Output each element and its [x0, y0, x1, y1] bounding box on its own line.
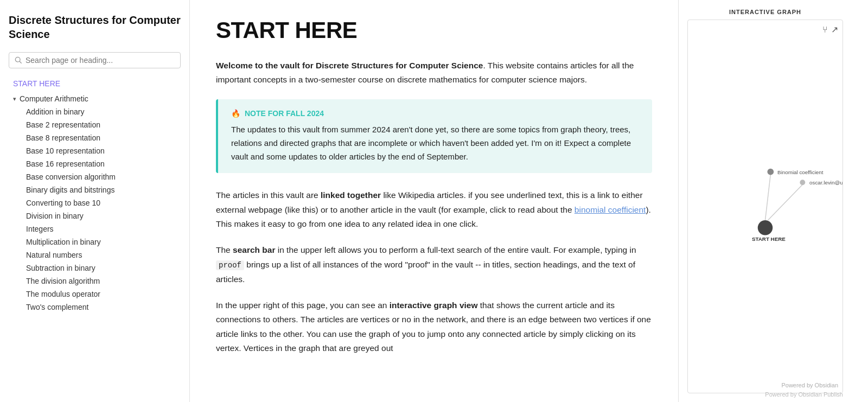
- graph-label-binomial: Binomial coefficient: [777, 169, 824, 175]
- paragraph-search: The search bar in the upper left allows …: [216, 243, 652, 286]
- graph-expand-icon[interactable]: ↗: [831, 24, 838, 35]
- search-icon: [15, 56, 22, 64]
- nav-start-here[interactable]: START HERE: [9, 77, 181, 90]
- search-box[interactable]: [9, 52, 181, 68]
- graph-label-email: oscar.levin@unco.edu: [809, 180, 843, 186]
- graph-fork-icon[interactable]: ⑂: [822, 24, 828, 35]
- page-title: START HERE: [216, 17, 652, 43]
- nav-item[interactable]: Natural numbers: [22, 248, 181, 261]
- graph-node-binomial[interactable]: [767, 169, 774, 175]
- svg-line-2: [765, 175, 771, 221]
- nav-item[interactable]: Binary digits and bitstrings: [22, 183, 181, 196]
- nav-item[interactable]: Base 2 representation: [22, 118, 181, 131]
- graph-container: ⑂ ↗ Binomial coefficient oscar.levin@unc…: [687, 20, 843, 393]
- nav-item[interactable]: The modulus operator: [22, 288, 181, 301]
- graph-toolbar: ⑂ ↗: [822, 24, 838, 35]
- nav-item[interactable]: Addition in binary: [22, 105, 181, 118]
- nav-item[interactable]: The division algorithm: [22, 275, 181, 288]
- nav-item[interactable]: Base 16 representation: [22, 157, 181, 170]
- intro-paragraph: Welcome to the vault for Discrete Struct…: [216, 59, 652, 86]
- svg-line-1: [20, 61, 21, 63]
- nav-item[interactable]: Base conversion algorithm: [22, 170, 181, 183]
- paragraph-linked: The articles in this vault are linked to…: [216, 188, 652, 231]
- section-label: Computer Arithmetic: [20, 94, 88, 103]
- graph-title: INTERACTIVE GRAPH: [687, 9, 843, 15]
- right-panel: INTERACTIVE GRAPH ⑂ ↗ Binomial coefficie…: [678, 0, 852, 402]
- nav-item[interactable]: Converting to base 10: [22, 196, 181, 209]
- nav-section-computer-arithmetic: ▾ Computer Arithmetic Addition in binary…: [9, 92, 181, 314]
- code-proof: proof: [216, 260, 244, 270]
- svg-line-3: [768, 184, 802, 220]
- main-content: START HERE Welcome to the vault for Disc…: [190, 0, 678, 402]
- fire-icon: 🔥: [231, 109, 240, 118]
- nav-section-header[interactable]: ▾ Computer Arithmetic: [9, 92, 181, 105]
- note-box-title: 🔥 NOTE FOR FALL 2024: [231, 109, 639, 118]
- search-input[interactable]: [25, 56, 175, 65]
- graph-label-start: START HERE: [752, 236, 786, 242]
- binomial-coefficient-link[interactable]: binomial coefficient: [575, 205, 646, 214]
- paragraph-graph: In the upper right of this page, you can…: [216, 298, 652, 355]
- graph-svg: Binomial coefficient oscar.levin@unco.ed…: [688, 20, 843, 393]
- nav-item[interactable]: Integers: [22, 222, 181, 235]
- sidebar-title: Discrete Structures for Computer Science: [9, 13, 181, 41]
- chevron-down-icon: ▾: [13, 95, 16, 103]
- nav-item[interactable]: Two's complement: [22, 301, 181, 314]
- nav-item[interactable]: Subtraction in binary: [22, 261, 181, 275]
- sidebar: Discrete Structures for Computer Science…: [0, 0, 190, 402]
- nav-item[interactable]: Base 8 representation: [22, 131, 181, 144]
- nav-items: Addition in binaryBase 2 representationB…: [9, 105, 181, 314]
- nav-item[interactable]: Base 10 representation: [22, 144, 181, 157]
- note-box: 🔥 NOTE FOR FALL 2024 The updates to this…: [216, 99, 652, 173]
- note-box-body: The updates to this vault from summer 20…: [231, 123, 639, 163]
- nav-item[interactable]: Division in binary: [22, 209, 181, 222]
- graph-node-email[interactable]: [800, 180, 805, 185]
- nav-item[interactable]: Multiplication in binary: [22, 235, 181, 248]
- footer-powered-by: Powered by Obsidian Publish: [765, 387, 843, 398]
- graph-node-start[interactable]: [758, 220, 773, 235]
